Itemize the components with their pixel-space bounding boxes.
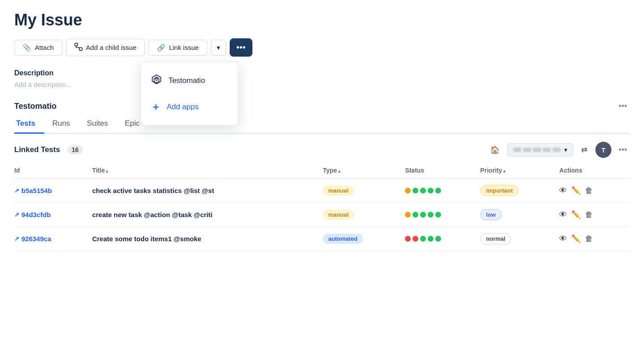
plus-icon: ＋ (151, 100, 161, 114)
filter-chevron: ▾ (564, 146, 567, 153)
title-text: Create some todo items1 @smoke (92, 235, 202, 243)
svg-point-2 (155, 78, 157, 81)
table-row: ↗ b5a5154b check active tasks statistics… (14, 179, 630, 203)
add-child-button[interactable]: Add a child issue (66, 39, 145, 56)
home-icon-button[interactable]: 🏠 (487, 144, 503, 156)
status-dot (420, 212, 426, 218)
edit-icon[interactable]: ✏️ (571, 210, 581, 219)
status-dot (413, 236, 418, 242)
table-header: Id Title▴ Type▴ Status Priority▴ Actions (14, 163, 630, 179)
status-dot (420, 188, 426, 193)
testomatio-icon (151, 74, 162, 88)
table-row: ↗ 926349ca Create some todo items1 @smok… (14, 227, 630, 251)
external-link-icon: ↗ (14, 211, 19, 218)
status-dot (413, 188, 418, 193)
linked-tests-title: Linked Tests (14, 145, 60, 154)
testomatio-menu-item[interactable]: Testomatio (141, 67, 238, 94)
edit-icon[interactable]: ✏️ (571, 234, 581, 243)
cell-type: automated (323, 227, 405, 251)
priority-badge: important (480, 185, 519, 196)
link-issue-label: Link issue (169, 44, 199, 51)
add-apps-label: Add apps (167, 103, 199, 111)
id-link[interactable]: ↗ 94d3cfdb (14, 211, 87, 218)
svg-rect-0 (74, 43, 77, 46)
table-body: ↗ b5a5154b check active tasks statistics… (14, 179, 630, 251)
priority-sort-arrow: ▴ (503, 168, 506, 173)
child-issue-icon (74, 43, 83, 52)
status-dot (405, 212, 411, 218)
add-child-label: Add a child issue (86, 44, 136, 51)
tab-tests[interactable]: Tests (14, 115, 44, 134)
toolbar: 📎 Attach Add a child issue 🔗 Link issue … (14, 38, 630, 57)
filter-blur-5 (553, 148, 561, 152)
status-dot (405, 188, 411, 193)
cell-title: check active tasks statistics @list @st (92, 179, 323, 203)
more-dropdown-menu: Testomatio ＋ Add apps (140, 62, 239, 126)
filter-dropdown-button[interactable]: ▾ (508, 143, 573, 156)
status-dot (435, 212, 441, 218)
sync-icon-button[interactable]: ⇄ (578, 144, 591, 156)
external-link-icon: ↗ (14, 235, 19, 242)
cell-id: ↗ 94d3cfdb (14, 203, 92, 227)
col-id: Id (14, 163, 92, 179)
status-dots (405, 212, 475, 218)
filter-blur-3 (533, 148, 541, 152)
view-icon[interactable]: 👁 (559, 210, 567, 219)
description-label: Description (14, 69, 630, 77)
type-sort-arrow: ▴ (338, 168, 341, 173)
external-link-icon: ↗ (14, 187, 19, 194)
attach-button[interactable]: 📎 Attach (14, 40, 62, 56)
status-dot (428, 212, 433, 218)
col-title[interactable]: Title▴ (92, 163, 323, 179)
view-icon[interactable]: 👁 (559, 235, 567, 243)
filter-blur-2 (523, 148, 531, 152)
title-text: check active tasks statistics @list @st (92, 187, 215, 194)
cell-actions: 👁 ✏️ 🗑 (559, 179, 630, 203)
actions-cell: 👁 ✏️ 🗑 (559, 186, 624, 195)
title-text: create new task @action @task @criti (92, 211, 213, 218)
cell-title: Create some todo items1 @smoke (92, 227, 323, 251)
filter-blur-1 (513, 148, 521, 152)
status-dot (420, 236, 426, 242)
linked-tests-header: Linked Tests 16 🏠 ▾ ⇄ T ••• (14, 142, 630, 158)
type-badge: manual (323, 185, 354, 196)
tab-runs[interactable]: Runs (44, 115, 79, 134)
status-dots (405, 236, 475, 242)
col-priority[interactable]: Priority▴ (480, 163, 559, 179)
cell-type: manual (323, 203, 405, 227)
delete-icon[interactable]: 🗑 (585, 210, 593, 219)
link-issue-button[interactable]: 🔗 Link issue (149, 40, 207, 56)
col-type[interactable]: Type▴ (323, 163, 405, 179)
id-link[interactable]: ↗ b5a5154b (14, 187, 87, 194)
dropdown-arrow-button[interactable]: ▾ (211, 40, 226, 56)
add-apps-menu-item[interactable]: ＋ Add apps (141, 94, 238, 120)
cell-title: create new task @action @task @criti (92, 203, 323, 227)
title-sort-arrow: ▴ (106, 168, 108, 173)
status-dot (428, 236, 433, 242)
tab-suites[interactable]: Suites (79, 115, 117, 134)
col-status: Status (405, 163, 480, 179)
priority-badge: low (480, 209, 502, 220)
testomatio-section-title: Testomatio (14, 102, 57, 111)
id-link[interactable]: ↗ 926349ca (14, 235, 87, 243)
view-icon[interactable]: 👁 (559, 186, 567, 195)
chevron-down-icon: ▾ (217, 44, 220, 52)
page-title: My Issue (14, 11, 630, 29)
cell-id: ↗ 926349ca (14, 227, 92, 251)
tabs-bar: Tests Runs Suites Epic View (14, 115, 630, 134)
description-placeholder[interactable]: Add a description... (14, 81, 630, 88)
linked-tests-more-button[interactable]: ••• (616, 144, 630, 156)
more-dots-icon: ••• (236, 42, 246, 53)
home-icon: 🏠 (490, 146, 500, 154)
delete-icon[interactable]: 🗑 (585, 186, 593, 195)
cell-status (405, 227, 480, 251)
delete-icon[interactable]: 🗑 (585, 235, 593, 243)
type-badge: manual (323, 210, 354, 220)
more-button[interactable]: ••• (230, 38, 252, 57)
link-icon: 🔗 (157, 44, 165, 52)
status-dots (405, 188, 475, 193)
testomatio-section-more-button[interactable]: ••• (616, 101, 630, 112)
testomatio-section-header: Testomatio ••• (14, 101, 630, 112)
edit-icon[interactable]: ✏️ (571, 186, 581, 195)
col-actions: Actions (559, 163, 630, 179)
